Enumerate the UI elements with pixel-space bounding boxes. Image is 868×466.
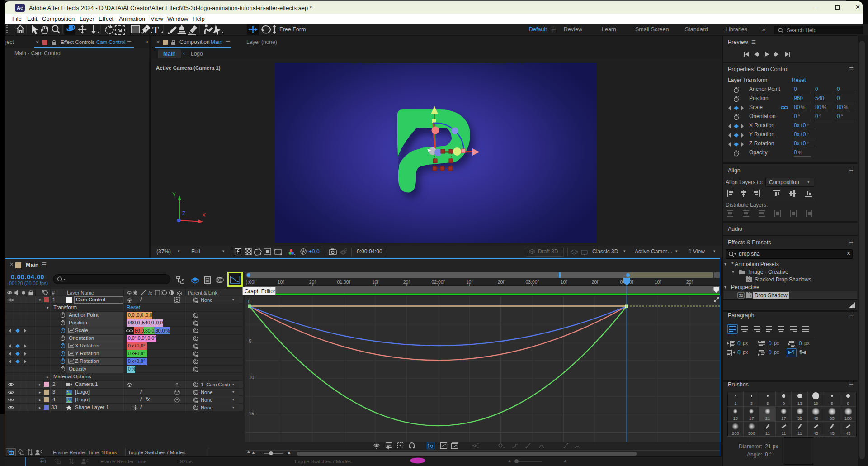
svg-text:Z: Z xyxy=(182,210,185,217)
svg-text:-15: -15 xyxy=(247,411,254,416)
svg-text:fx: fx xyxy=(148,290,152,295)
svg-text:fx: fx xyxy=(747,278,750,282)
svg-text:32: 32 xyxy=(739,293,743,298)
svg-text:-10: -10 xyxy=(247,375,254,380)
svg-text:Q: Q xyxy=(430,444,433,448)
svg-text:T: T xyxy=(152,24,159,35)
svg-text:X: X xyxy=(202,212,206,219)
svg-text:0: 0 xyxy=(248,299,250,304)
svg-text:-5: -5 xyxy=(247,338,251,344)
svg-text:Y: Y xyxy=(172,191,176,198)
